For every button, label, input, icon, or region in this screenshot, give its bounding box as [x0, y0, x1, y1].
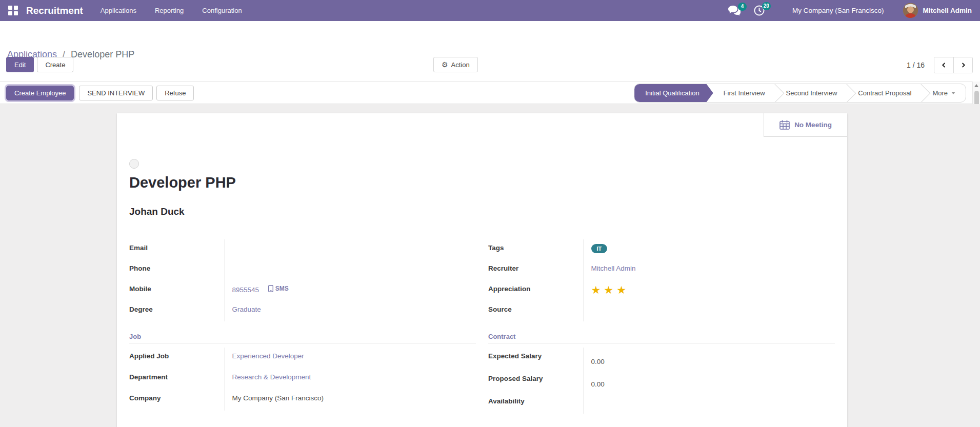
- proposed-salary-value: 0.00: [584, 370, 835, 393]
- send-interview-button[interactable]: SEND INTERVIEW: [79, 86, 153, 100]
- source-value: [584, 301, 835, 321]
- refuse-button[interactable]: Refuse: [156, 86, 194, 100]
- company-label: Company: [129, 390, 225, 411]
- pager-previous-button[interactable]: [934, 57, 953, 73]
- job-section: Job Applied Job Experienced Developer De…: [129, 333, 476, 414]
- availability-value: [584, 393, 835, 414]
- activities-button[interactable]: 20: [754, 5, 765, 16]
- field-row-department: Department Research & Development: [129, 369, 476, 390]
- field-row-company: Company My Company (San Francisco): [129, 390, 476, 411]
- field-row-applied-job: Applied Job Experienced Developer: [129, 348, 476, 369]
- avatar-image: [903, 3, 918, 18]
- pager-next-button[interactable]: [953, 57, 972, 73]
- edit-button[interactable]: Edit: [6, 57, 34, 72]
- recruiter-label: Recruiter: [488, 260, 584, 280]
- create-button[interactable]: Create: [37, 57, 73, 72]
- gear-icon: ⚙: [442, 60, 448, 69]
- contract-section: Contract Expected Salary 0.00 Proposed S…: [488, 333, 835, 414]
- field-row-source: Source: [488, 301, 835, 321]
- job-section-title: Job: [129, 333, 476, 343]
- kanban-state-indicator[interactable]: [129, 159, 139, 169]
- scroll-up-button[interactable]: [973, 82, 980, 90]
- form-sheet: No Meeting Developer PHP Johan Duck Emai…: [117, 113, 847, 427]
- messages-button[interactable]: 4: [728, 6, 741, 15]
- menu-configuration[interactable]: Configuration: [202, 7, 242, 14]
- statusbar: Create Employee SEND INTERVIEW Refuse In…: [0, 82, 980, 104]
- control-panel: Applications / Developer PHP Edit Create…: [0, 21, 980, 82]
- chevron-right-icon: [959, 61, 967, 69]
- recruiter-value-link[interactable]: Mitchell Admin: [591, 265, 636, 272]
- more-label: More: [932, 89, 948, 97]
- create-employee-button[interactable]: Create Employee: [6, 86, 74, 100]
- top-navbar: Recruitment Applications Reporting Confi…: [0, 0, 980, 21]
- phone-label: Phone: [129, 260, 225, 280]
- field-row-mobile: Mobile 8955545 SMS: [129, 280, 476, 301]
- email-value: [225, 239, 476, 260]
- menu-applications[interactable]: Applications: [101, 7, 136, 14]
- content-area: No Meeting Developer PHP Johan Duck Emai…: [0, 104, 980, 427]
- send-sms-button[interactable]: SMS: [268, 285, 289, 292]
- app-name[interactable]: Recruitment: [26, 5, 83, 16]
- meetings-button[interactable]: No Meeting: [764, 113, 847, 137]
- applied-job-value-link[interactable]: Experienced Developer: [232, 352, 304, 360]
- action-label: Action: [451, 61, 470, 69]
- proposed-salary-label: Proposed Salary: [488, 370, 584, 393]
- tags-label: Tags: [488, 239, 584, 260]
- department-label: Department: [129, 369, 225, 390]
- calendar-icon: [779, 120, 790, 130]
- source-label: Source: [488, 301, 584, 321]
- stage-separator: [847, 84, 848, 102]
- applied-job-label: Applied Job: [129, 348, 225, 369]
- stage-separator: [922, 84, 922, 102]
- availability-label: Availability: [488, 393, 584, 414]
- appreciation-stars[interactable]: ★★★: [591, 284, 629, 296]
- field-row-degree: Degree Graduate: [129, 301, 476, 321]
- triangle-up-icon: [974, 84, 978, 87]
- mobile-phone-icon: [268, 285, 273, 292]
- meeting-label: No Meeting: [794, 121, 832, 129]
- right-field-group: Tags IT Recruiter Mitchell Admin Appreci…: [488, 239, 835, 321]
- appreciation-label: Appreciation: [488, 280, 584, 301]
- menu-reporting[interactable]: Reporting: [155, 7, 184, 14]
- expected-salary-label: Expected Salary: [488, 348, 584, 370]
- mobile-label: Mobile: [129, 280, 225, 301]
- applicant-name: Johan Duck: [129, 206, 835, 217]
- field-row-proposed-salary: Proposed Salary 0.00: [488, 370, 835, 393]
- field-row-appreciation: Appreciation ★★★: [488, 280, 835, 301]
- pager: 1 / 16: [907, 57, 973, 73]
- sms-label: SMS: [275, 285, 289, 292]
- degree-label: Degree: [129, 301, 225, 321]
- user-avatar[interactable]: [903, 3, 918, 18]
- field-row-recruiter: Recruiter Mitchell Admin: [488, 260, 835, 280]
- user-menu[interactable]: Mitchell Admin: [923, 7, 972, 14]
- mobile-value-link[interactable]: 8955545: [232, 286, 259, 294]
- action-menu-button[interactable]: ⚙ Action: [433, 57, 478, 72]
- apps-grid-icon[interactable]: [8, 6, 18, 15]
- stage-contract-proposal[interactable]: Contract Proposal: [848, 84, 922, 102]
- field-row-availability: Availability: [488, 393, 835, 414]
- messages-badge: 4: [738, 3, 747, 11]
- chevron-left-icon: [940, 61, 948, 69]
- field-row-email: Email: [129, 239, 476, 260]
- left-field-group: Email Phone Mobile 8955545: [129, 239, 476, 321]
- company-value: My Company (San Francisco): [225, 390, 476, 411]
- field-row-phone: Phone: [129, 260, 476, 280]
- contract-section-title: Contract: [488, 333, 835, 343]
- degree-value-link[interactable]: Graduate: [232, 306, 261, 313]
- field-row-expected-salary: Expected Salary 0.00: [488, 348, 835, 370]
- breadcrumb-current: Developer PHP: [71, 49, 134, 59]
- stage-separator: [775, 84, 776, 102]
- company-switcher[interactable]: My Company (San Francisco): [792, 7, 884, 14]
- stage-initial-qualification[interactable]: Initial Qualification: [634, 84, 713, 102]
- field-row-tags: Tags IT: [488, 239, 835, 260]
- pager-counter: 1 / 16: [907, 61, 925, 69]
- email-label: Email: [129, 239, 225, 260]
- phone-value: [225, 260, 476, 280]
- stage-pipeline: Initial Qualification First Interview Se…: [634, 84, 966, 103]
- position-title: Developer PHP: [129, 174, 835, 191]
- caret-down-icon: [951, 92, 955, 94]
- department-value-link[interactable]: Research & Development: [232, 373, 311, 381]
- activities-badge: 20: [762, 2, 771, 10]
- expected-salary-value: 0.00: [584, 348, 835, 370]
- tag-badge-it: IT: [591, 244, 608, 253]
